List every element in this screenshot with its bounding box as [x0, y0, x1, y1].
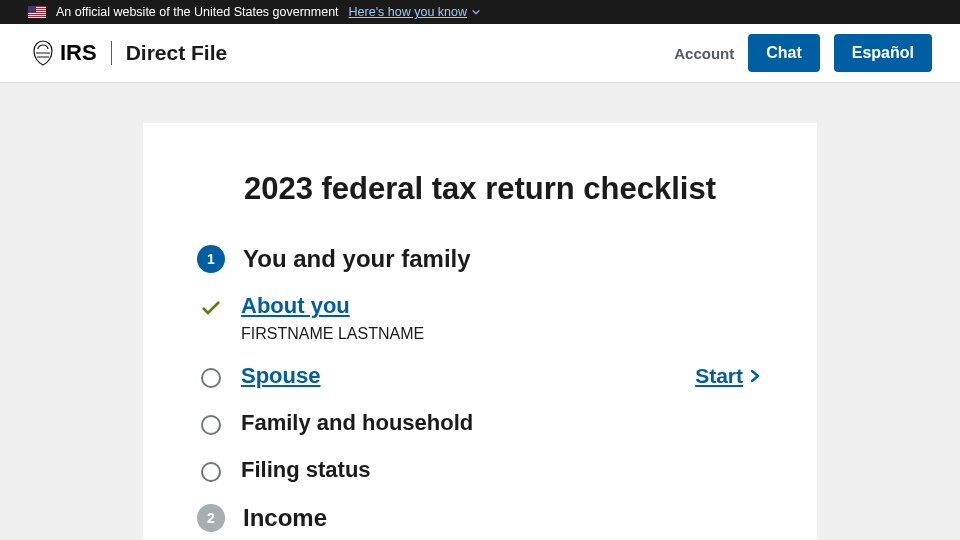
- chat-button[interactable]: Chat: [748, 34, 820, 72]
- spouse-link[interactable]: Spouse: [241, 363, 320, 389]
- section-title: You and your family: [243, 245, 471, 273]
- svg-rect-7: [28, 6, 36, 13]
- spouse-start-link[interactable]: Start: [695, 364, 763, 388]
- svg-rect-6: [28, 17, 46, 18]
- svg-point-8: [202, 369, 220, 387]
- family-household-label: Family and household: [241, 410, 473, 436]
- logo-divider: [111, 41, 112, 65]
- irs-logo[interactable]: IRS: [28, 39, 97, 67]
- product-name: Direct File: [126, 41, 228, 65]
- chevron-down-icon: [471, 7, 481, 17]
- gov-banner-text: An official website of the United States…: [56, 5, 339, 19]
- svg-rect-5: [28, 15, 46, 16]
- gov-banner: An official website of the United States…: [0, 0, 960, 24]
- gov-banner-disclosure-link[interactable]: Here's how you know: [349, 5, 481, 19]
- gov-banner-link-text: Here's how you know: [349, 5, 467, 19]
- checklist-item-spouse: Spouse Start: [197, 363, 763, 390]
- about-you-name: FIRSTNAME LASTNAME: [241, 325, 424, 343]
- section-number-badge: 1: [197, 245, 225, 273]
- us-flag-icon: [28, 6, 46, 18]
- account-link[interactable]: Account: [674, 45, 734, 62]
- chevron-right-icon: [747, 368, 763, 384]
- checklist-card: 2023 federal tax return checklist 1 You …: [143, 123, 817, 540]
- checklist-item-filing-status: Filing status: [197, 457, 763, 484]
- checklist-item-family: Family and household: [197, 410, 763, 437]
- section-header-1: 1 You and your family: [197, 245, 763, 273]
- header-actions: Account Chat Español: [674, 34, 932, 72]
- page-title: 2023 federal tax return checklist: [197, 171, 763, 207]
- svg-point-10: [202, 463, 220, 481]
- site-header: IRS Direct File Account Chat Español: [0, 24, 960, 83]
- circle-icon: [199, 413, 223, 437]
- section-title: Income: [243, 504, 327, 532]
- checklist-item-about-you: About you FIRSTNAME LASTNAME: [197, 293, 763, 343]
- language-button[interactable]: Español: [834, 34, 932, 72]
- section-number-badge: 2: [197, 504, 225, 532]
- start-link-text: Start: [695, 364, 743, 388]
- irs-logo-text: IRS: [60, 40, 97, 66]
- eagle-icon: [28, 39, 58, 67]
- filing-status-label: Filing status: [241, 457, 371, 483]
- main-content: 2023 federal tax return checklist 1 You …: [0, 83, 960, 540]
- about-you-link[interactable]: About you: [241, 293, 424, 319]
- svg-rect-4: [28, 13, 46, 14]
- check-icon: [199, 296, 223, 320]
- circle-icon: [199, 366, 223, 390]
- svg-point-9: [202, 416, 220, 434]
- logo-group: IRS Direct File: [28, 39, 227, 67]
- section-header-2: 2 Income: [197, 504, 763, 532]
- circle-icon: [199, 460, 223, 484]
